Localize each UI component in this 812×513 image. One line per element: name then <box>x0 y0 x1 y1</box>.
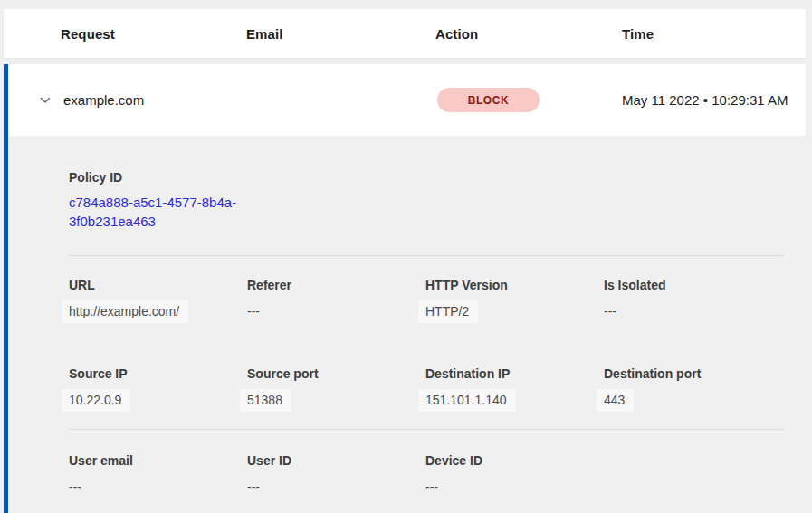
field-is-isolated: Is Isolated --- <box>604 278 806 319</box>
table-row[interactable]: example.com BLOCK May 11 2022 • 10:29:31… <box>4 64 806 136</box>
divider <box>69 429 784 430</box>
column-header-action: Action <box>435 26 622 42</box>
field-is-isolated-value: --- <box>604 304 806 319</box>
table-header: Request Email Action Time <box>4 9 806 58</box>
field-referer-value: --- <box>247 304 425 319</box>
row-details-panel: Policy ID c784a888-a5c1-4577-8b4a-3f0b23… <box>4 136 806 513</box>
column-header-time: Time <box>622 26 806 42</box>
field-http-version: HTTP Version HTTP/2 <box>425 278 604 319</box>
field-source-ip: Source IP 10.22.0.9 <box>69 366 247 408</box>
field-device-id-value: --- <box>425 480 604 495</box>
field-user-email-value: --- <box>69 480 247 495</box>
field-device-id: Device ID --- <box>425 453 604 495</box>
field-url-value: http://example.com/ <box>62 300 188 323</box>
field-destination-ip: Destination IP 151.101.1.140 <box>425 366 604 408</box>
policy-id-field: Policy ID c784a888-a5c1-4577-8b4a-3f0b23… <box>69 170 806 231</box>
field-user-id-value: --- <box>247 480 425 495</box>
field-referer: Referer --- <box>247 278 425 319</box>
field-source-port-value: 51388 <box>240 389 291 412</box>
policy-id-link[interactable]: c784a888-a5c1-4577-8b4a-3f0b231ea463 <box>69 193 255 231</box>
field-user-email: User email --- <box>69 453 247 495</box>
detail-row-user: User email --- User ID --- Device ID --- <box>69 453 806 495</box>
detail-row-network: Source IP 10.22.0.9 Source port 51388 De… <box>69 366 806 408</box>
field-source-port: Source port 51388 <box>247 366 425 408</box>
chevron-down-icon[interactable] <box>38 93 53 108</box>
policy-id-label: Policy ID <box>69 170 806 185</box>
field-user-id: User ID --- <box>247 453 425 495</box>
field-destination-port-value: 443 <box>597 389 634 412</box>
column-header-request: Request <box>61 26 246 42</box>
field-url: URL http://example.com/ <box>69 278 247 319</box>
field-destination-ip-value: 151.101.1.140 <box>418 389 516 412</box>
detail-row-http: URL http://example.com/ Referer --- HTTP… <box>69 278 806 319</box>
divider <box>69 255 784 256</box>
action-badge: BLOCK <box>437 88 540 112</box>
row-request: example.com <box>63 92 437 108</box>
field-destination-port: Destination port 443 <box>604 366 806 408</box>
gateway-log-page: Request Email Action Time example.com BL… <box>0 0 812 513</box>
field-http-version-value: HTTP/2 <box>418 300 478 323</box>
field-source-ip-value: 10.22.0.9 <box>62 389 130 412</box>
row-time: May 11 2022 • 10:29:31 AM <box>622 90 799 110</box>
column-header-email: Email <box>246 26 435 42</box>
